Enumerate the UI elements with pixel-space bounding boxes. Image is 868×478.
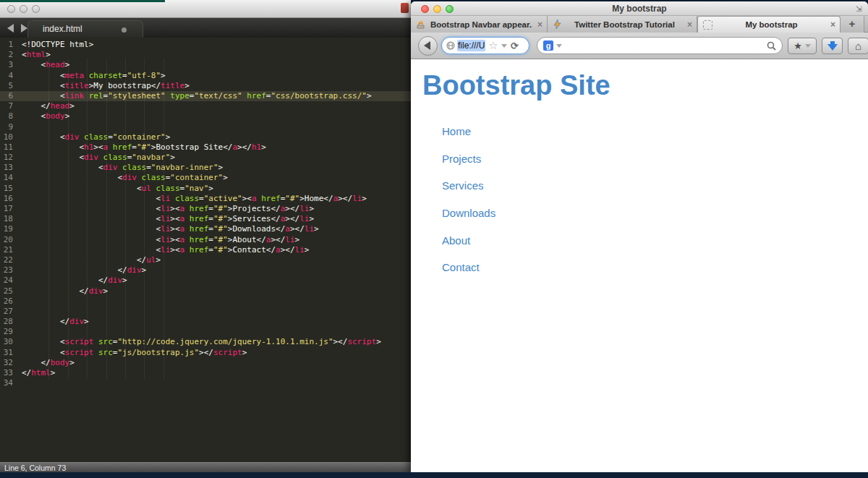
tab-close-icon[interactable]: × [687,20,692,29]
code-line-28[interactable]: 28 </div> [0,317,411,327]
google-search-engine-icon[interactable]: g [543,40,553,51]
new-tab-button[interactable]: + [841,16,864,33]
resize-grip-icon[interactable]: ⇲ [856,4,862,13]
tab-close-icon[interactable]: × [830,20,835,29]
code-token: div [65,132,80,142]
page-nav-link-home[interactable]: Home [442,125,471,137]
url-text-selected[interactable]: file:///U [457,40,485,51]
bookmark-star-icon[interactable]: ☆ [488,40,498,51]
code-line-34[interactable]: 34 [0,378,411,388]
code-token: >< [170,214,179,223]
code-line-9[interactable]: 9 [0,122,411,132]
code-line-13[interactable]: 13 <div class="navbar-inner"> [0,163,411,173]
code-line-21[interactable]: 21 <li><a href="#">Contact</a></li> [0,245,411,255]
editor-minimize-button[interactable] [20,5,27,13]
page-nav-link-services[interactable]: Services [442,179,484,192]
code-token: > [69,358,75,367]
bolt-icon [552,19,563,30]
line-number: 15 [0,184,22,194]
code-line-1[interactable]: 1<!DOCTYPE html> [0,40,411,50]
browser-tab-1[interactable]: Bootstrap Navbar appear...× [411,16,548,33]
code-line-18[interactable]: 18 <li><a href="#">Services</a></li> [0,214,411,224]
search-input[interactable] [566,40,767,51]
code-token: < [22,245,161,255]
code-token: > [218,163,224,172]
code-line-20[interactable]: 20 <li><a href="#">About</a></li> [0,235,411,245]
code-token [184,245,190,255]
page-nav-link-contact[interactable]: Contact [442,261,480,273]
code-line-8[interactable]: 8 <body> [0,111,411,121]
code-token: > [305,245,310,255]
code-line-6[interactable]: 6 <link rel="stylesheet" type="text/css"… [0,91,411,101]
search-engine-dropdown-icon[interactable] [556,44,562,48]
code-line-29[interactable]: 29 [0,327,411,337]
browser-tab-3[interactable]: My bootstrap× [697,16,841,33]
page-nav-link-about[interactable]: About [442,234,470,247]
line-number: 13 [0,163,22,173]
url-dropdown-icon[interactable] [501,44,507,48]
code-token: </ [22,358,51,367]
page-nav-item: Home [411,118,868,145]
code-token: >Contact</ [228,245,276,255]
code-line-25[interactable]: 25 </div> [0,286,411,296]
code-line-27[interactable]: 27 [0,307,411,317]
code-token: >Bootstrap Site</ [151,142,233,152]
editor-zoom-button[interactable] [32,5,40,13]
code-line-31[interactable]: 31 <script src="js/bootstrap.js"></scrip… [0,348,411,358]
browser-window-title: My bootstrap [411,1,868,16]
line-number: 22 [0,255,22,265]
code-line-24[interactable]: 24 </div> [0,276,411,286]
editor-tab-index-html[interactable]: index.html [27,20,143,38]
reload-icon[interactable]: ⟳ [511,41,519,51]
tab-close-icon[interactable]: × [537,20,542,29]
code-token: a [252,194,257,203]
bookmarks-menu-button[interactable]: ★ [788,38,817,54]
code-line-19[interactable]: 19 <li><a href="#">Downloads</a></li> [0,224,411,234]
bookmarks-dropdown-icon [805,44,811,48]
code-token: > [122,276,127,285]
editor-titlebar[interactable] [0,0,411,18]
code-line-5[interactable]: 5 <title>My bootstrap</title> [0,81,411,91]
line-number: 20 [0,235,22,245]
page-nav-link-downloads[interactable]: Downloads [442,207,495,219]
code-line-17[interactable]: 17 <li><a href="#">Projects</a></li> [0,204,411,214]
url-bar[interactable]: file:///U ☆ ⟳ [441,37,529,54]
code-line-12[interactable]: 12 <div class="navbar"> [0,153,411,163]
code-line-30[interactable]: 30 <script src="http://code.jquery.com/j… [0,337,411,347]
browser-tab-2[interactable]: Twitter Bootstrap Tutorial× [548,16,697,33]
code-token: > [142,265,147,275]
code-line-4[interactable]: 4 <meta charset="utf-8"> [0,71,411,81]
code-line-33[interactable]: 33</html> [0,368,411,378]
code-line-15[interactable]: 15 <ul class="nav"> [0,184,411,194]
page-nav-link-projects[interactable]: Projects [442,153,481,165]
browser-titlebar[interactable]: My bootstrap ⇲ [411,1,868,16]
code-line-23[interactable]: 23 </div> [0,265,411,276]
code-area[interactable]: 1<!DOCTYPE html>2<html>3 <head>4 <meta c… [0,38,411,462]
code-token: >Projects</ [228,204,281,213]
code-line-3[interactable]: 3 <head> [0,60,411,70]
code-token: > [166,132,171,142]
tab-scroll-left-icon[interactable] [7,24,14,33]
code-line-14[interactable]: 14 <div class="container"> [0,173,411,183]
code-line-26[interactable]: 26 [0,296,411,307]
code-line-11[interactable]: 11 <h1><a href="#">Bootstrap Site</a></h… [0,142,411,153]
downloads-button[interactable] [822,38,843,54]
back-button[interactable] [418,36,438,56]
page-title-link[interactable]: Bootstrap Site [422,70,868,101]
home-button[interactable]: ⌂ [848,38,868,54]
code-line-10[interactable]: 10 <div class="container"> [0,132,411,142]
code-token: li [161,224,170,234]
code-token: < [22,50,27,59]
code-line-32[interactable]: 32 </body> [0,358,411,368]
editor-close-button[interactable] [7,5,15,13]
code-line-2[interactable]: 2<html> [0,50,411,60]
magnifier-icon[interactable] [767,41,776,51]
code-line-7[interactable]: 7 </head> [0,101,411,111]
code-line-16[interactable]: 16 <li class="active"><a href="#">Home</… [0,194,411,204]
code-line-22[interactable]: 22 </ul> [0,255,411,265]
download-arrow-icon [827,41,838,51]
code-token: </ [22,276,108,285]
search-bar[interactable]: g [537,37,783,54]
code-token: li [299,204,309,213]
code-token: head [51,101,70,111]
